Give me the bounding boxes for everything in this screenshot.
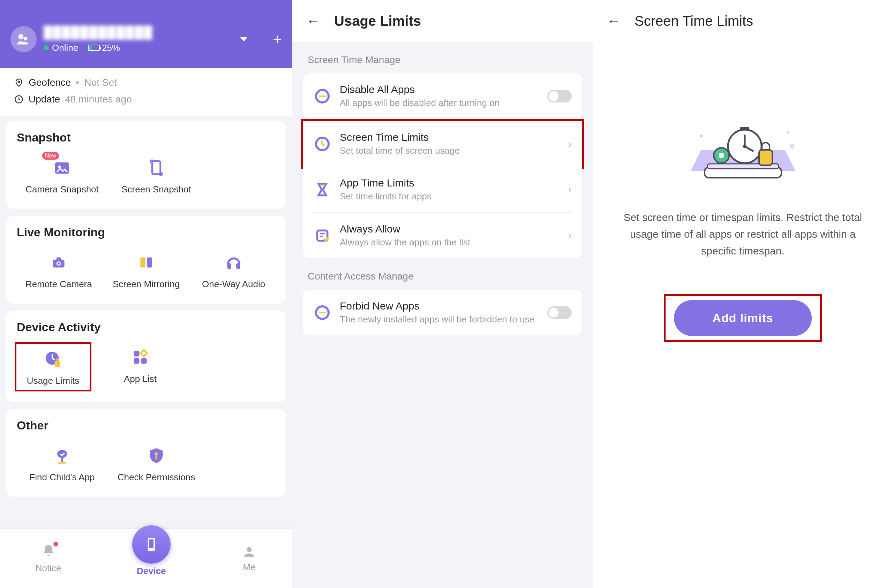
chevron-right-icon: ›: [568, 229, 572, 242]
usage-limits-label: Usage Limits: [27, 375, 79, 386]
tab-device-label: Device: [137, 566, 166, 576]
svg-point-28: [247, 547, 252, 552]
svg-rect-8: [57, 257, 61, 260]
check-permissions-label: Check Permissions: [117, 472, 195, 483]
clock-icon: [14, 94, 24, 104]
forbid-new-apps-desc: The newly installed apps will be forbidd…: [340, 314, 539, 325]
camera-snapshot-item[interactable]: New Camera Snapshot: [17, 153, 107, 198]
activity-title: Device Activity: [17, 320, 275, 334]
snapshot-card: Snapshot New Camera Snapshot Screen Snap…: [6, 121, 286, 209]
screen-mirroring-item[interactable]: Screen Mirroring: [104, 248, 188, 293]
add-limits-highlight: Add limits: [664, 294, 821, 342]
usage-limits-item[interactable]: Usage Limits: [15, 342, 92, 392]
check-permissions-item[interactable]: Check Permissions: [111, 441, 201, 486]
update-label: Update: [29, 94, 60, 105]
screen-time-manage-card-cont: App Time Limits Set time limits for apps…: [303, 166, 582, 258]
always-allow-icon: [313, 226, 331, 244]
divider: [260, 33, 260, 45]
back-button[interactable]: ←: [306, 13, 320, 29]
app-time-limits-desc: Set time limits for apps: [340, 191, 559, 202]
battery-percent: 25%: [102, 42, 120, 53]
one-way-audio-item[interactable]: One-Way Audio: [191, 248, 275, 293]
forbid-new-apps-row[interactable]: Forbid New Apps The newly installed apps…: [303, 290, 582, 335]
geofence-label: Geofence: [29, 77, 71, 88]
svg-point-2: [18, 81, 20, 82]
svg-rect-12: [147, 257, 152, 267]
device-tab-icon: [132, 525, 171, 564]
svg-rect-19: [134, 358, 139, 363]
screen-snapshot-item[interactable]: Screen Snapshot: [111, 153, 201, 198]
usage-limits-title: Usage Limits: [334, 13, 421, 29]
notification-dot-icon: [53, 542, 58, 546]
dropdown-icon[interactable]: [241, 37, 247, 42]
svg-point-44: [719, 153, 724, 158]
app-time-limits-icon: [313, 180, 331, 199]
add-device-button[interactable]: +: [273, 32, 282, 47]
add-limits-button[interactable]: Add limits: [674, 300, 811, 336]
screen-time-limits-row[interactable]: Screen Time Limits Set total time of scr…: [303, 121, 582, 166]
forbid-new-apps-icon: [313, 304, 331, 322]
svg-rect-22: [62, 458, 63, 462]
svg-point-21: [57, 450, 67, 458]
find-childs-app-item[interactable]: Find Child's App: [17, 441, 107, 486]
tab-me-label: Me: [243, 562, 256, 573]
svg-point-0: [18, 34, 24, 39]
screen-time-limits-page-title: Screen Time Limits: [634, 13, 753, 29]
usage-limits-panel: ← Usage Limits Screen Time Manage Disabl…: [292, 0, 593, 588]
screen-time-manage-label: Screen Time Manage: [292, 42, 593, 73]
screen-time-limits-title: Screen Time Limits: [340, 131, 559, 143]
disable-all-apps-row[interactable]: Disable All Apps All apps will be disabl…: [303, 73, 582, 119]
device-header: ████████████ Online 25% +: [0, 0, 292, 68]
always-allow-desc: Always allow the apps on the list: [340, 237, 559, 248]
svg-point-10: [57, 262, 60, 264]
screen-time-limits-desc: Set screen time or timespan limits. Rest…: [618, 209, 869, 260]
svg-rect-34: [319, 312, 326, 314]
svg-point-24: [155, 452, 158, 456]
app-time-limits-title: App Time Limits: [340, 177, 559, 189]
new-badge: New: [42, 152, 59, 160]
svg-rect-38: [740, 127, 749, 130]
geofence-icon: [14, 78, 24, 87]
svg-rect-11: [140, 257, 146, 267]
disable-all-apps-toggle[interactable]: [547, 90, 572, 102]
app-time-limits-row[interactable]: App Time Limits Set time limits for apps…: [303, 166, 582, 212]
svg-rect-6: [152, 161, 160, 174]
svg-rect-14: [236, 263, 241, 269]
bottom-tabbar: Notice Device Me: [0, 529, 292, 588]
content-access-manage-label: Content Access Manage: [292, 258, 593, 290]
camera-snapshot-label: Camera Snapshot: [26, 184, 99, 195]
update-value: 48 minutes ago: [65, 94, 131, 105]
tab-me[interactable]: Me: [241, 544, 257, 573]
app-list-item[interactable]: App List: [95, 342, 186, 392]
screen-snapshot-label: Screen Snapshot: [122, 184, 191, 195]
tab-device[interactable]: Device: [132, 541, 171, 576]
avatar[interactable]: [11, 26, 37, 52]
svg-rect-13: [227, 263, 231, 269]
online-dot-icon: [44, 45, 48, 50]
device-panel: ████████████ Online 25% + Geofence Not S…: [0, 0, 292, 588]
usage-limits-header: ← Usage Limits: [292, 0, 593, 42]
geofence-value: Not Set: [84, 77, 117, 88]
live-title: Live Monitoring: [17, 225, 275, 239]
chevron-right-icon: ›: [568, 183, 572, 196]
svg-rect-42: [759, 150, 772, 165]
tab-notice[interactable]: Notice: [36, 543, 62, 574]
online-status: Online: [52, 42, 78, 53]
disable-all-apps-desc: All apps will be disabled after turning …: [340, 98, 539, 108]
forbid-new-apps-toggle[interactable]: [547, 306, 572, 319]
username: ████████████: [44, 26, 153, 39]
live-monitoring-card: Live Monitoring Remote Camera Screen Mir…: [6, 216, 286, 304]
screen-mirroring-label: Screen Mirroring: [113, 279, 180, 290]
battery-icon: [88, 45, 100, 51]
tab-notice-label: Notice: [36, 563, 62, 574]
svg-rect-18: [134, 351, 139, 356]
other-title: Other: [17, 418, 275, 432]
remote-camera-item[interactable]: Remote Camera: [17, 248, 101, 293]
always-allow-title: Always Allow: [340, 223, 559, 235]
device-activity-card: Device Activity Usage Limits App List: [6, 310, 286, 402]
back-button[interactable]: ←: [607, 13, 621, 29]
svg-rect-23: [58, 462, 66, 464]
svg-rect-25: [156, 456, 157, 460]
always-allow-row[interactable]: Always Allow Always allow the apps on th…: [313, 212, 572, 258]
svg-rect-27: [149, 539, 154, 548]
